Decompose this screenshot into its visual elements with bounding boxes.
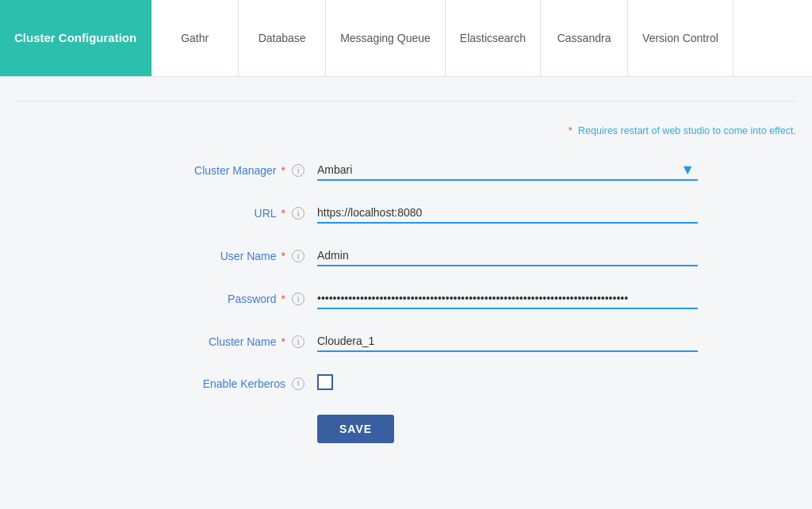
url-required: * bbox=[282, 207, 285, 220]
notice: * Requires restart of web studio to come… bbox=[0, 125, 812, 136]
cluster-manager-label-text: Cluster Manager bbox=[194, 164, 277, 177]
tab-cassandra[interactable]: Cassandra bbox=[541, 0, 628, 76]
username-input[interactable] bbox=[317, 246, 698, 266]
username-control bbox=[317, 246, 698, 266]
tab-gathr[interactable]: Gathr bbox=[151, 0, 239, 76]
kerberos-label: Enable Kerberos i bbox=[16, 377, 317, 390]
kerberos-row: Enable Kerberos i bbox=[16, 374, 796, 392]
url-info-icon[interactable]: i bbox=[292, 207, 304, 220]
username-label: User Name * i bbox=[16, 250, 317, 262]
cluster-manager-label: Cluster Manager * i bbox=[16, 164, 317, 177]
url-row: URL * i bbox=[16, 203, 796, 224]
main-content: * Requires restart of web studio to come… bbox=[0, 77, 812, 475]
kerberos-checkbox[interactable] bbox=[317, 374, 333, 390]
cluster-name-control bbox=[317, 331, 698, 352]
username-row: User Name * i bbox=[16, 246, 796, 266]
cluster-manager-dropdown-wrapper: Ambari Cloudera HDP Other ▼ bbox=[317, 160, 698, 181]
cluster-manager-required: * bbox=[282, 164, 285, 177]
url-label: URL * i bbox=[16, 207, 317, 220]
password-info-icon[interactable]: i bbox=[292, 293, 304, 305]
url-control bbox=[317, 203, 698, 224]
cluster-manager-select[interactable]: Ambari Cloudera HDP Other bbox=[317, 160, 698, 179]
username-required: * bbox=[282, 250, 285, 262]
notice-text: Requires restart of web studio to come i… bbox=[578, 125, 796, 136]
notice-asterisk: * bbox=[569, 125, 573, 136]
url-input[interactable] bbox=[317, 203, 698, 224]
password-control bbox=[317, 289, 698, 309]
password-required: * bbox=[282, 293, 285, 305]
save-btn-row: SAVE bbox=[16, 415, 796, 443]
save-button[interactable]: SAVE bbox=[317, 415, 394, 443]
cluster-manager-control: Ambari Cloudera HDP Other ▼ bbox=[317, 160, 698, 181]
kerberos-info-icon[interactable]: i bbox=[292, 377, 304, 390]
kerberos-label-text: Enable Kerberos bbox=[203, 377, 285, 390]
tab-cluster-configuration[interactable]: Cluster Configuration bbox=[0, 0, 151, 76]
url-label-text: URL bbox=[255, 207, 277, 220]
tab-version-control[interactable]: Version Control bbox=[628, 0, 733, 76]
tab-database[interactable]: Database bbox=[239, 0, 326, 76]
divider bbox=[16, 101, 796, 101]
cluster-manager-row: Cluster Manager * i Ambari Cloudera HDP … bbox=[16, 160, 796, 181]
form-section: Cluster Manager * i Ambari Cloudera HDP … bbox=[0, 160, 812, 443]
tab-elasticsearch[interactable]: Elasticsearch bbox=[446, 0, 541, 76]
password-row: Password * i bbox=[16, 289, 796, 309]
cluster-name-row: Cluster Name * i bbox=[16, 331, 796, 352]
username-info-icon[interactable]: i bbox=[292, 250, 304, 262]
cluster-name-label: Cluster Name * i bbox=[16, 335, 317, 348]
kerberos-control bbox=[317, 374, 698, 392]
password-label: Password * i bbox=[16, 293, 317, 305]
cluster-name-required: * bbox=[282, 335, 285, 348]
cluster-name-info-icon[interactable]: i bbox=[292, 335, 304, 348]
password-input[interactable] bbox=[317, 289, 698, 309]
cluster-name-input[interactable] bbox=[317, 331, 698, 352]
password-label-text: Password bbox=[228, 293, 276, 305]
cluster-manager-info-icon[interactable]: i bbox=[292, 164, 304, 177]
username-label-text: User Name bbox=[220, 250, 277, 262]
tab-messaging-queue[interactable]: Messaging Queue bbox=[326, 0, 446, 76]
tab-bar: Cluster ConfigurationGathrDatabaseMessag… bbox=[0, 0, 812, 77]
cluster-name-label-text: Cluster Name bbox=[209, 335, 277, 348]
